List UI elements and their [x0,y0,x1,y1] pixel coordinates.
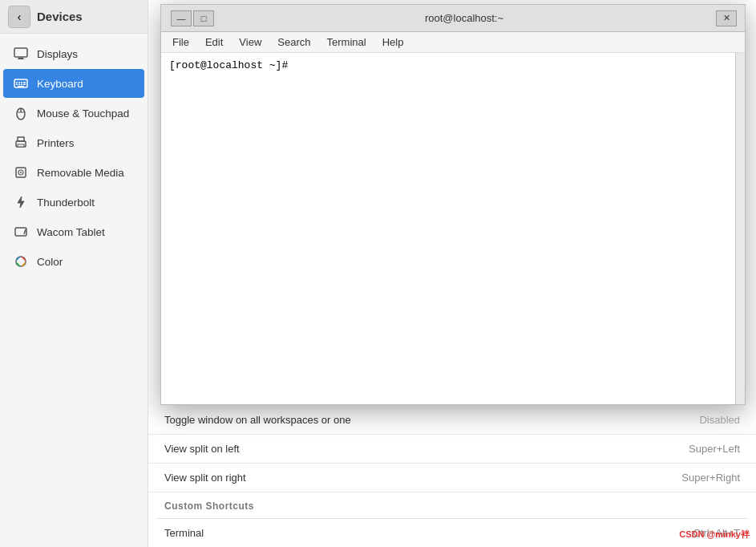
svg-rect-18 [18,144,24,147]
removable-icon [13,164,29,180]
minimize-button[interactable]: — [171,10,192,26]
svg-rect-6 [21,82,22,83]
menu-edit[interactable]: Edit [197,34,231,51]
sidebar: ‹ Devices Displays Keyboard Mouse & Touc… [0,0,148,547]
color-icon [13,253,29,269]
shortcut-split-right-key: Super+Right [681,472,740,484]
shortcut-terminal-name: Terminal [164,527,693,539]
sidebar-item-displays[interactable]: Displays [3,39,144,68]
menu-file[interactable]: File [164,34,197,51]
mouse-label: Mouse & Touchpad [37,107,129,120]
terminal-titlebar: — □ root@localhost:~ ✕ [161,5,745,32]
menu-terminal[interactable]: Terminal [319,34,374,51]
keyboard-label: Keyboard [37,78,83,90]
menu-view[interactable]: View [231,34,269,51]
maximize-button[interactable]: □ [193,10,214,26]
svg-rect-7 [23,82,26,83]
svg-rect-8 [16,84,18,86]
shortcut-row-split-left[interactable]: View split on left Super+Left [148,435,756,464]
sidebar-title: Devices [37,10,83,23]
back-button[interactable]: ‹ [8,6,30,28]
svg-rect-5 [18,82,20,83]
sidebar-item-printers[interactable]: Printers [3,128,144,157]
svg-rect-10 [21,84,22,86]
svg-rect-2 [18,59,24,59]
sidebar-item-removable[interactable]: Removable Media [3,158,144,187]
printers-label: Printers [37,137,75,149]
thunderbolt-icon [13,194,29,210]
shortcut-split-left-name: View split on left [164,443,689,455]
watermark: CSDN @minky袢 [679,529,750,541]
shortcut-row-split-right[interactable]: View split on right Super+Right [148,464,756,492]
wacom-label: Wacom Tablet [37,226,105,238]
sidebar-nav: Displays Keyboard Mouse & Touchpad Print… [0,34,148,547]
main-content: Toggle window on all workspaces or one D… [148,0,756,547]
shortcut-toggle-name: Toggle window on all workspaces or one [164,414,699,426]
close-button[interactable]: ✕ [716,10,737,26]
svg-rect-17 [18,137,24,141]
displays-icon [13,46,29,62]
sidebar-item-keyboard[interactable]: Keyboard [3,69,144,98]
terminal-scrollbar[interactable] [735,53,745,404]
thunderbolt-label: Thunderbolt [37,197,95,209]
shortcut-row-toggle[interactable]: Toggle window on all workspaces or one D… [148,406,756,435]
menu-help[interactable]: Help [374,34,412,51]
svg-rect-11 [23,84,26,86]
shortcut-split-right-name: View split on right [164,472,681,484]
sidebar-header: ‹ Devices [0,0,148,34]
svg-line-24 [24,229,26,234]
custom-shortcuts-header: Custom Shortcuts [148,492,756,515]
svg-marker-22 [18,197,24,208]
keyboard-icon [13,75,29,91]
terminal-window: — □ root@localhost:~ ✕ File Edit View Se… [160,4,746,405]
sidebar-item-wacom[interactable]: Wacom Tablet [3,217,144,246]
color-label: Color [37,256,63,268]
svg-point-21 [20,172,22,173]
sidebar-item-color[interactable]: Color [3,247,144,276]
svg-rect-4 [16,82,18,83]
svg-rect-12 [18,86,24,87]
svg-rect-9 [18,84,20,86]
terminal-prompt: [root@localhost ~]# [169,59,288,71]
menu-search[interactable]: Search [269,34,318,51]
removable-label: Removable Media [37,167,124,179]
terminal-title: root@localhost:~ [214,12,714,24]
svg-rect-0 [14,48,27,57]
wacom-icon [13,224,29,240]
shortcut-toggle-key: Disabled [699,414,740,426]
terminal-body[interactable]: [root@localhost ~]# [161,53,735,404]
shortcut-split-left-key: Super+Left [689,443,740,455]
shortcut-row-terminal[interactable]: Terminal Ctrl+Alt+T [148,519,756,547]
mouse-icon [13,105,29,121]
terminal-menubar: File Edit View Search Terminal Help [161,32,745,53]
printer-icon [13,135,29,151]
sidebar-item-mouse[interactable]: Mouse & Touchpad [3,99,144,128]
displays-label: Displays [37,48,78,60]
sidebar-item-thunderbolt[interactable]: Thunderbolt [3,188,144,217]
terminal-content-area: [root@localhost ~]# [161,53,745,404]
